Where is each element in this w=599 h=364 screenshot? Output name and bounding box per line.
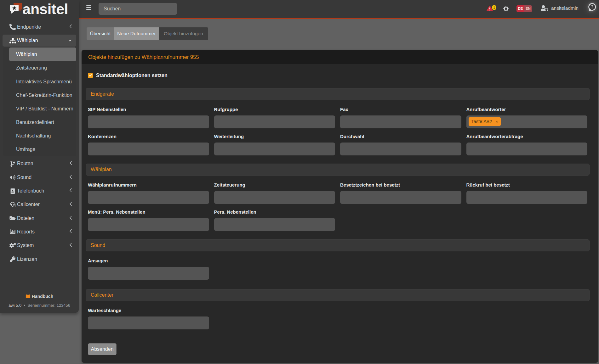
svg-text:?: ? — [590, 4, 593, 9]
